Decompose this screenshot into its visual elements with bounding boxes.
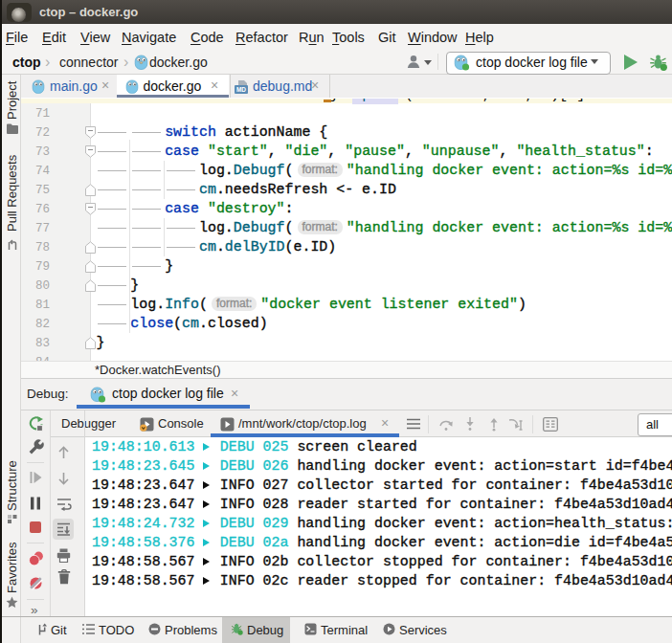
svg-text:MD: MD <box>236 86 246 93</box>
